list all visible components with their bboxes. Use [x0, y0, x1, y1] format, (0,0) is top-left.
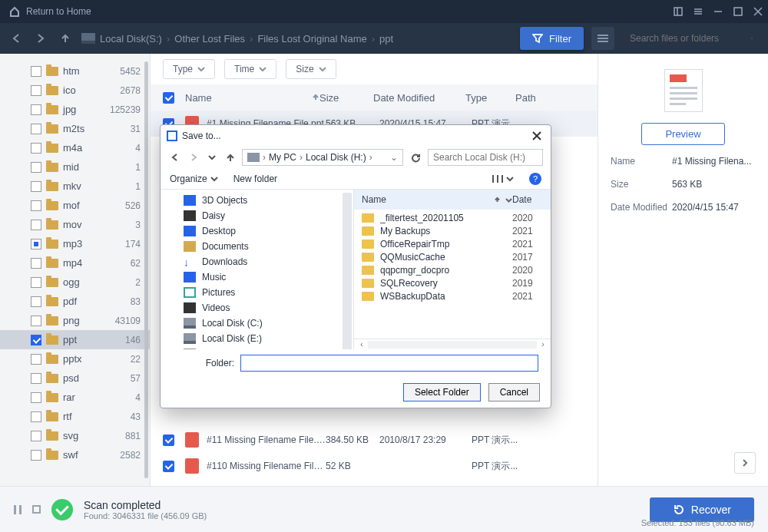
- sidebar[interactable]: htm5452ico2678jpg125239m2ts31m4a4mid1mkv…: [0, 54, 150, 486]
- sidebar-item-swf[interactable]: swf2582: [0, 445, 150, 464]
- sidebar-item-mkv[interactable]: mkv1: [0, 177, 150, 196]
- path-dropdown[interactable]: ⌄: [390, 152, 398, 163]
- head-date[interactable]: Date: [512, 194, 543, 205]
- maximize-button[interactable]: [728, 0, 748, 23]
- sidebar-item-mov[interactable]: mov3: [0, 215, 150, 234]
- tree-item[interactable]: Downloads: [161, 254, 353, 269]
- sidebar-item-svg[interactable]: svg881: [0, 426, 150, 445]
- layout-button[interactable]: [668, 0, 688, 23]
- checkbox[interactable]: [31, 450, 41, 461]
- sidebar-item-mof[interactable]: mof526: [0, 196, 150, 215]
- cancel-button[interactable]: Cancel: [488, 383, 540, 401]
- folder-tree[interactable]: 3D ObjectsDaisyDesktopDocumentsDownloads…: [161, 190, 354, 349]
- sidebar-item-m2ts[interactable]: m2ts31: [0, 119, 150, 138]
- dialog-close-button[interactable]: [529, 128, 545, 144]
- folder-input[interactable]: [240, 355, 538, 372]
- sidebar-item-mp4[interactable]: mp462: [0, 253, 150, 273]
- checkbox[interactable]: [31, 66, 41, 77]
- path-root[interactable]: My PC: [269, 152, 296, 163]
- tree-item[interactable]: Local Disk (E:): [161, 331, 353, 346]
- sidebar-item-mid[interactable]: mid1: [0, 157, 150, 177]
- pill-type[interactable]: Type: [163, 59, 215, 79]
- select-all-checkbox[interactable]: [163, 92, 174, 104]
- pill-size[interactable]: Size: [286, 59, 336, 79]
- preview-button[interactable]: Preview: [641, 123, 724, 145]
- tree-item[interactable]: Desktop: [161, 223, 353, 239]
- select-folder-button[interactable]: Select Folder: [403, 383, 481, 401]
- checkbox[interactable]: [31, 296, 41, 307]
- breadcrumb-item[interactable]: Other Lost Files: [174, 33, 245, 45]
- list-item[interactable]: SQLRecovery2019: [354, 276, 551, 289]
- tree-item[interactable]: 3D Objects: [161, 193, 353, 208]
- search-input[interactable]: [630, 33, 745, 44]
- minimize-button[interactable]: [708, 0, 728, 23]
- list-item[interactable]: WSBackupData2021: [354, 289, 551, 302]
- up-button[interactable]: [57, 30, 74, 47]
- checkbox[interactable]: [31, 431, 41, 441]
- checkbox[interactable]: [31, 373, 41, 384]
- forward-button[interactable]: [32, 30, 49, 47]
- col-type[interactable]: Type: [465, 92, 515, 104]
- pill-time[interactable]: Time: [224, 59, 276, 79]
- list-item[interactable]: OfficeRepairTmp2021: [354, 237, 551, 250]
- dialog-up-button[interactable]: [223, 150, 237, 164]
- back-button[interactable]: [8, 30, 25, 47]
- checkbox[interactable]: [31, 354, 41, 365]
- list-item[interactable]: QQMusicCache2017: [354, 250, 551, 263]
- h-scrollbar[interactable]: ‹›: [354, 339, 551, 349]
- breadcrumb-item[interactable]: Files Lost Original Name: [257, 33, 366, 45]
- sidebar-item-pdf[interactable]: pdf83: [0, 292, 150, 311]
- tree-item[interactable]: Daisy: [161, 208, 353, 223]
- col-date[interactable]: Date Modified: [373, 92, 465, 104]
- sidebar-item-m4a[interactable]: m4a4: [0, 138, 150, 157]
- sidebar-item-png[interactable]: png43109: [0, 311, 150, 330]
- help-button[interactable]: ?: [529, 173, 541, 185]
- dialog-path[interactable]: › My PC › Local Disk (H:) › ⌄: [242, 149, 403, 166]
- list-item[interactable]: My Backups2021: [354, 224, 551, 237]
- checkbox[interactable]: [31, 85, 41, 96]
- sidebar-item-psd[interactable]: psd57: [0, 368, 150, 388]
- col-path[interactable]: Path: [515, 92, 585, 104]
- view-mode-button[interactable]: [492, 175, 514, 183]
- organize-button[interactable]: Organize: [170, 173, 218, 184]
- breadcrumb-item[interactable]: ppt: [379, 33, 393, 45]
- checkbox[interactable]: [31, 143, 41, 154]
- sidebar-item-rtf[interactable]: rtf43: [0, 407, 150, 426]
- sidebar-item-ppt[interactable]: ppt146: [0, 330, 150, 349]
- tree-item[interactable]: Music: [161, 269, 353, 285]
- tree-item[interactable]: Local Disk (G:): [161, 346, 353, 349]
- checkbox[interactable]: [31, 181, 41, 192]
- col-size[interactable]: Size: [319, 92, 373, 104]
- search-box[interactable]: [622, 27, 760, 50]
- filter-button[interactable]: Filter: [520, 27, 584, 50]
- sidebar-item-jpg[interactable]: jpg125239: [0, 100, 150, 119]
- return-home-button[interactable]: Return to Home: [0, 6, 101, 17]
- dialog-forward-button[interactable]: [187, 150, 200, 164]
- list-item[interactable]: qqpcmgr_docpro2020: [354, 263, 551, 276]
- checkbox[interactable]: [31, 277, 41, 288]
- tree-item[interactable]: Documents: [161, 239, 353, 254]
- checkbox[interactable]: [31, 335, 41, 345]
- pause-button[interactable]: [14, 505, 22, 514]
- stop-button[interactable]: [32, 505, 41, 514]
- sidebar-item-mp3[interactable]: mp3174: [0, 234, 150, 253]
- checkbox[interactable]: [31, 258, 41, 269]
- file-row[interactable]: #110 Missing Filename File.ppt52 KBPPT 演…: [151, 453, 598, 479]
- sidebar-item-rar[interactable]: rar4: [0, 388, 150, 407]
- sidebar-item-htm[interactable]: htm5452: [0, 61, 150, 81]
- file-row[interactable]: #11 Missing Filename File.ppt384.50 KB20…: [151, 427, 598, 453]
- sidebar-item-pptx[interactable]: pptx22: [0, 349, 150, 368]
- head-name[interactable]: Name: [362, 194, 512, 205]
- breadcrumb-disk[interactable]: Local Disk(S:): [100, 33, 162, 45]
- refresh-button[interactable]: [408, 150, 423, 165]
- dialog-search-input[interactable]: [433, 152, 538, 163]
- tree-item[interactable]: Pictures: [161, 285, 353, 300]
- view-mode-button[interactable]: [591, 27, 614, 50]
- checkbox[interactable]: [31, 316, 41, 326]
- checkbox[interactable]: [31, 162, 41, 173]
- tree-item[interactable]: Local Disk (C:): [161, 316, 353, 331]
- new-folder-button[interactable]: New folder: [233, 173, 277, 184]
- row-checkbox[interactable]: [163, 461, 174, 472]
- checkbox[interactable]: [31, 411, 41, 422]
- col-name[interactable]: Name: [185, 92, 319, 104]
